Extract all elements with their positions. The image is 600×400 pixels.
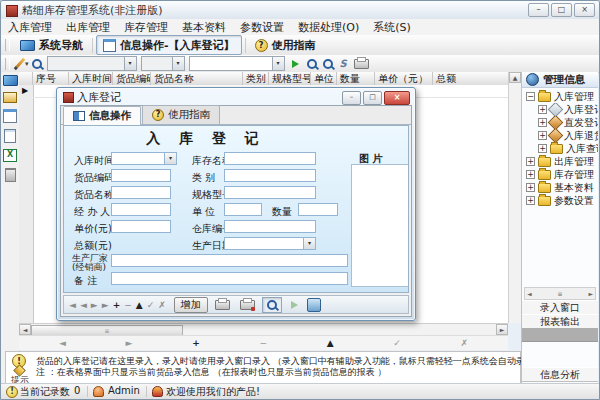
warehouse-code-input[interactable] [224, 220, 316, 233]
nav-delete-icon[interactable]: − [124, 300, 132, 310]
tree-node-param-settings[interactable]: + 参数设置 [522, 194, 598, 207]
entry-window-button[interactable]: 录入窗口 [522, 300, 598, 315]
menu-inventory[interactable]: 库存管理 [117, 19, 175, 36]
sidebar-mini-scrollbar[interactable]: ◄ ≡ ► [524, 287, 596, 300]
run-disabled-icon[interactable] [291, 301, 298, 309]
zoom-in-icon[interactable] [307, 59, 317, 69]
expand-icon[interactable]: + [538, 118, 547, 127]
print-icon[interactable] [354, 59, 369, 69]
expand-icon[interactable]: + [538, 144, 547, 153]
tree-node-base-data[interactable]: + 基本资料 [522, 181, 598, 194]
col-item-name[interactable]: 货品名称 [151, 72, 243, 85]
store-name-input[interactable] [224, 152, 316, 165]
expand-icon[interactable]: + [538, 105, 547, 114]
close-button[interactable]: × [574, 3, 595, 17]
picture-box[interactable] [351, 164, 409, 287]
nav-edit-icon[interactable]: ▲ [136, 300, 143, 310]
col-in-time[interactable]: 入库时间 [69, 72, 113, 85]
nav-insert-icon[interactable]: + [192, 338, 200, 348]
print-report-icon[interactable] [240, 300, 255, 310]
nav-first-icon[interactable]: ◄ [59, 338, 66, 348]
report-output-button[interactable]: 报表输出 [522, 314, 598, 329]
dialog-minimize-button[interactable]: – [342, 91, 361, 105]
minimize-button[interactable]: – [528, 3, 549, 17]
maximize-button[interactable]: □ [551, 3, 572, 17]
chevron-down-icon[interactable]: ▾ [164, 153, 176, 164]
col-category[interactable]: 类别 [243, 72, 269, 85]
info-analysis-button[interactable]: 信息分析 [522, 367, 598, 382]
nav-last-icon[interactable]: ► [102, 300, 109, 310]
usage-guide-button[interactable]: ? 使用指南 [249, 36, 322, 54]
menu-data-process[interactable]: 数据处理(O) [291, 19, 366, 36]
menu-in-stock[interactable]: 入库管理 [1, 19, 59, 36]
zoom-out-icon[interactable] [323, 59, 333, 69]
print-icon[interactable] [215, 300, 230, 310]
sum-icon[interactable]: S [340, 58, 347, 69]
collapse-icon[interactable]: − [526, 92, 535, 101]
tree-node-in-stock-register[interactable]: + 入库登记 [522, 103, 598, 116]
grid-vertical-scrollbar[interactable]: ▲ [508, 72, 521, 323]
report-doc-icon[interactable] [4, 129, 16, 143]
nav-post-icon[interactable]: ✓ [393, 338, 401, 348]
col-seq[interactable]: 序号 [33, 72, 69, 85]
menu-params[interactable]: 参数设置 [233, 19, 291, 36]
tab-usage-guide[interactable]: ? 使用指南 [142, 105, 220, 124]
tree-node-in-stock-mgmt[interactable]: − 入库管理 [522, 90, 598, 103]
col-total[interactable]: 总额 [433, 72, 508, 85]
tree-node-inventory-mgmt[interactable]: + 库存管理 [522, 168, 598, 181]
refresh-icon[interactable] [307, 298, 321, 312]
remark-input[interactable] [111, 272, 348, 285]
filter-value-combo[interactable]: ▾ [189, 56, 285, 71]
chevron-down-icon[interactable]: ▾ [303, 238, 315, 249]
dialog-maximize-button[interactable]: □ [363, 91, 382, 105]
nav-cancel-icon[interactable]: ✗ [158, 300, 166, 310]
nav-post-icon[interactable]: ✓ [147, 300, 155, 310]
category-input[interactable] [224, 169, 316, 182]
nav-last-icon[interactable]: ► [126, 338, 133, 348]
edit-pencil-icon[interactable] [14, 57, 26, 69]
manufacturer-input[interactable] [111, 254, 348, 267]
edit-record-icon[interactable] [3, 92, 17, 103]
selected-side-item[interactable] [522, 328, 598, 342]
nav-edit-icon[interactable]: ▲ [327, 338, 334, 348]
chevron-down-icon[interactable]: ▾ [272, 57, 284, 70]
scroll-right-icon[interactable]: ► [496, 324, 508, 335]
filter-field-combo[interactable]: ▾ [47, 56, 137, 71]
tree-node-direct-register[interactable]: + 直发登记 [522, 116, 598, 129]
info-operation-button[interactable]: 信息操作-【入库登记】 [96, 35, 242, 55]
handler-input[interactable] [111, 203, 171, 216]
window-view-icon[interactable] [3, 75, 18, 86]
col-item-code[interactable]: 货品编码 [113, 72, 151, 85]
search-icon[interactable] [32, 59, 42, 69]
col-qty[interactable]: 数量 [337, 72, 375, 85]
table-view-icon[interactable] [3, 109, 17, 123]
tree-node-out-stock-mgmt[interactable]: + 出库管理 [522, 155, 598, 168]
nav-cancel-icon[interactable]: ✗ [460, 338, 468, 348]
menu-base-data[interactable]: 基本资料 [175, 19, 233, 36]
scroll-up-icon[interactable]: ▲ [509, 72, 521, 83]
col-unit[interactable]: 单位 [311, 72, 337, 85]
nav-first-icon[interactable]: ◄ [69, 300, 76, 310]
scroll-left-icon[interactable]: ◄ [19, 324, 31, 335]
scroll-left-icon[interactable]: ◄ [527, 290, 532, 297]
dialog-title-bar[interactable]: 入库登记 – □ × [57, 88, 415, 105]
prod-date-combo[interactable]: ▾ [224, 237, 316, 250]
excel-export-icon[interactable]: X [3, 149, 17, 162]
tree-node-in-stock-query[interactable]: + 入库查询 [522, 142, 598, 155]
pencil-dropdown-icon[interactable]: ▾ [25, 60, 29, 68]
preview-button[interactable] [262, 297, 282, 313]
add-button[interactable]: 增加 [174, 297, 208, 313]
scrollbar-thumb[interactable]: ≡ [557, 290, 562, 297]
expand-icon[interactable]: + [526, 170, 535, 179]
col-spec[interactable]: 规格型号 [269, 72, 311, 85]
expand-icon[interactable]: + [526, 183, 535, 192]
expand-icon[interactable]: + [526, 157, 535, 166]
quantity-input[interactable] [298, 203, 338, 216]
unit-price-input[interactable] [111, 220, 171, 233]
col-unit-price[interactable]: 单价（元） [375, 72, 433, 85]
spec-input[interactable] [224, 186, 316, 199]
dialog-close-button[interactable]: × [384, 91, 410, 105]
nav-next-icon[interactable]: ► [91, 300, 98, 310]
filter-operator-combo[interactable]: ▾ [141, 56, 185, 71]
item-name-input[interactable] [111, 186, 171, 199]
